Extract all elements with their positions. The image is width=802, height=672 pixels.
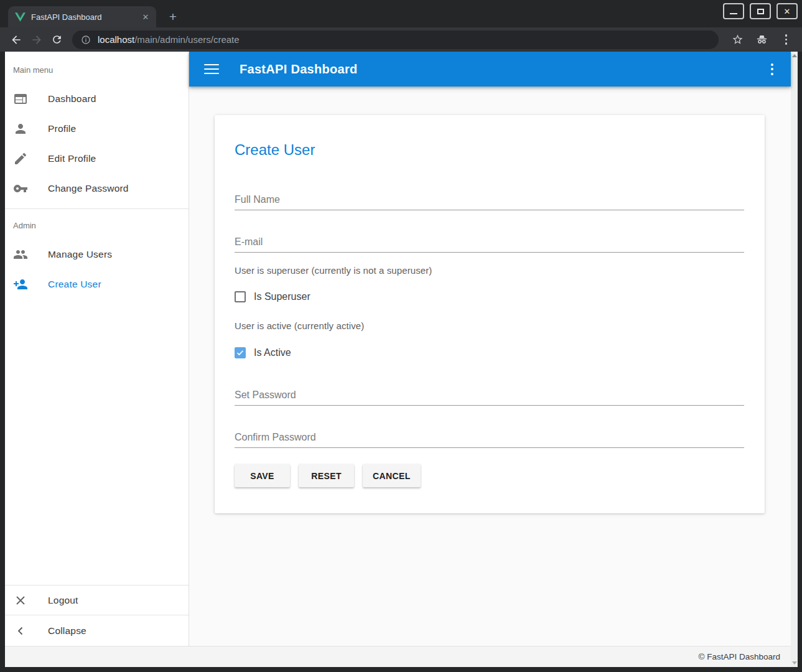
url-text: localhost/main/admin/users/create: [98, 34, 240, 45]
sidebar-item-label: Dashboard: [48, 93, 96, 105]
new-tab-button[interactable]: +: [164, 7, 182, 26]
reload-button[interactable]: [47, 29, 67, 50]
active-checkbox-label[interactable]: Is Active: [254, 347, 291, 358]
create-user-card: Create User User is superuser (currently…: [215, 115, 765, 513]
reload-icon: [51, 34, 63, 45]
check-icon: [236, 348, 245, 357]
forward-arrow-icon: [30, 34, 43, 46]
web-page: Main menu Dashboard Profile: [5, 52, 791, 667]
appbar-kebab-menu-icon[interactable]: [771, 63, 773, 75]
person-icon: [13, 121, 28, 136]
set-password-field-wrap: [235, 380, 744, 406]
appbar: FastAPI Dashboard: [189, 52, 791, 86]
sidebar-item-label: Profile: [48, 123, 76, 134]
hamburger-menu-icon[interactable]: [204, 64, 219, 75]
save-button[interactable]: SAVE: [235, 464, 290, 487]
vue-logo-icon: [15, 12, 26, 22]
tab-close-icon[interactable]: ✕: [140, 11, 151, 22]
browser-window: FastAPI Dashboard ✕ + ✕ localhost/main/a…: [0, 0, 802, 672]
full-name-input[interactable]: [235, 194, 744, 210]
bookmark-star-button[interactable]: [727, 29, 748, 50]
sidebar-item-manage-users[interactable]: Manage Users: [5, 240, 189, 269]
appbar-title: FastAPI Dashboard: [240, 62, 358, 77]
close-window-button[interactable]: ✕: [776, 3, 798, 19]
sidebar-section-main-menu: Main menu: [5, 52, 189, 84]
close-icon: ✕: [784, 7, 791, 16]
full-name-field-wrap: [235, 184, 744, 210]
key-icon: [13, 181, 28, 196]
pencil-icon: [13, 151, 28, 166]
sidebar-item-profile[interactable]: Profile: [5, 114, 189, 144]
minimize-button[interactable]: [723, 3, 744, 19]
sidebar-item-label: Manage Users: [48, 249, 112, 260]
person-add-icon: [13, 277, 28, 292]
active-checkbox[interactable]: [235, 347, 246, 358]
address-bar[interactable]: localhost/main/admin/users/create: [72, 30, 719, 49]
chevron-left-icon: [13, 623, 28, 638]
sidebar-item-collapse[interactable]: Collapse: [5, 615, 189, 646]
back-arrow-icon: [10, 34, 22, 46]
incognito-icon: [755, 33, 768, 46]
back-button[interactable]: [6, 29, 26, 50]
superuser-checkbox[interactable]: [235, 291, 246, 302]
sidebar-section-admin: Admin: [5, 209, 189, 240]
incognito-badge: [752, 29, 772, 50]
sidebar-item-label: Logout: [48, 595, 78, 606]
sidebar-item-create-user[interactable]: Create User: [5, 269, 189, 299]
sidebar: Main menu Dashboard Profile: [5, 52, 189, 646]
reset-button[interactable]: RESET: [299, 464, 354, 487]
maximize-button[interactable]: [750, 3, 771, 19]
sidebar-item-edit-profile[interactable]: Edit Profile: [5, 144, 189, 174]
active-note: User is active (currently active): [235, 320, 744, 331]
page-main: Main menu Dashboard Profile: [5, 52, 791, 646]
superuser-checkbox-row[interactable]: Is Superuser: [235, 291, 744, 303]
sidebar-item-label: Collapse: [48, 625, 86, 637]
email-field-wrap: [235, 226, 744, 253]
content-area: Create User User is superuser (currently…: [189, 86, 791, 646]
toolbar-right: [727, 29, 796, 50]
kebab-menu-icon: [785, 34, 788, 45]
sidebar-item-label: Create User: [48, 279, 101, 290]
url-path: /main/admin/users/create: [134, 34, 239, 45]
maximize-icon: [757, 9, 764, 14]
superuser-note: User is superuser (currently is not a su…: [235, 265, 744, 276]
email-input[interactable]: [235, 236, 744, 252]
dashboard-icon: [13, 91, 28, 106]
url-host: localhost: [98, 34, 134, 45]
people-icon: [13, 247, 28, 262]
tab-title: FastAPI Dashboard: [31, 12, 134, 22]
window-controls: ✕: [723, 3, 798, 19]
sidebar-item-dashboard[interactable]: Dashboard: [5, 84, 189, 114]
scroll-up-arrow-icon[interactable]: [792, 54, 797, 57]
browser-viewport: Main menu Dashboard Profile: [5, 52, 798, 667]
star-icon: [732, 34, 744, 45]
form-buttons: SAVE RESET CANCEL: [235, 464, 744, 487]
browser-tab[interactable]: FastAPI Dashboard ✕: [8, 6, 156, 27]
page-title: Create User: [235, 140, 744, 160]
sidebar-item-label: Edit Profile: [48, 153, 96, 164]
copyright-text: © FastAPI Dashboard: [698, 652, 780, 661]
sidebar-spacer: [5, 299, 189, 585]
confirm-password-input[interactable]: [235, 432, 744, 447]
browser-menu-button[interactable]: [776, 29, 796, 50]
set-password-input[interactable]: [235, 390, 744, 405]
confirm-password-field-wrap: [235, 422, 744, 448]
minimize-icon: [730, 13, 737, 14]
active-checkbox-row[interactable]: Is Active: [235, 347, 744, 359]
sidebar-item-logout[interactable]: Logout: [5, 585, 189, 615]
info-icon: [81, 35, 91, 45]
browser-toolbar: localhost/main/admin/users/create: [0, 27, 802, 52]
sidebar-item-change-password[interactable]: Change Password: [5, 174, 189, 203]
superuser-checkbox-label[interactable]: Is Superuser: [254, 291, 310, 302]
close-icon: [13, 593, 28, 608]
page-footer: © FastAPI Dashboard: [5, 646, 791, 667]
cancel-button[interactable]: CANCEL: [363, 464, 421, 487]
browser-titlebar: FastAPI Dashboard ✕ + ✕: [0, 0, 802, 27]
page-scrollbar[interactable]: [791, 52, 798, 667]
sidebar-item-label: Change Password: [48, 183, 129, 194]
forward-button[interactable]: [26, 29, 47, 50]
main-area: FastAPI Dashboard Create User: [189, 52, 791, 646]
scroll-down-arrow-icon[interactable]: [792, 661, 797, 665]
